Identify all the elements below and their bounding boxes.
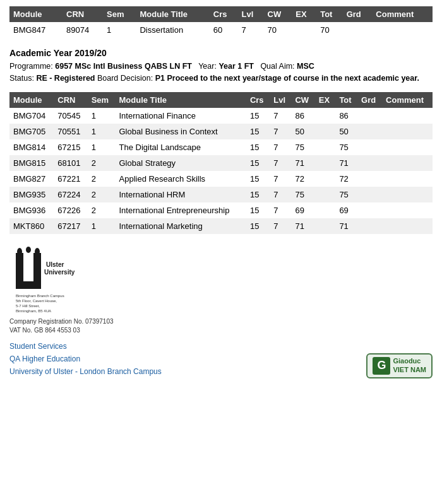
table-cell: 72	[335, 171, 357, 187]
table-row: BMG814672151The Digital Landscape1577575	[9, 139, 433, 155]
second-table-header-row: ModuleCRNSemModule TitleCrsLvlCWEXTotGrd…	[9, 92, 433, 108]
table-cell: Global Business in Context	[116, 124, 246, 139]
badge-name: Giaoduc	[393, 357, 426, 365]
table-cell	[357, 155, 382, 171]
giaoducvn-badge: G Giaoduc VIET NAM	[366, 353, 433, 378]
table-cell	[315, 155, 336, 171]
table-row: BMG815681012Global Strategy1577171	[9, 155, 433, 171]
table-cell: 70	[264, 22, 292, 38]
svg-rect-2	[33, 253, 41, 288]
table-cell: Global Strategy	[116, 155, 246, 171]
table-cell	[315, 124, 336, 139]
table-cell: 2	[88, 171, 116, 187]
svg-text:Ulster: Ulster	[46, 261, 64, 268]
badge-text: Giaoduc VIET NAM	[393, 357, 426, 373]
table-cell	[382, 171, 433, 187]
student-services-label: Student Services	[9, 340, 162, 353]
table-cell	[292, 22, 316, 38]
table-cell	[315, 108, 336, 124]
badge-suffix: VIET NAM	[393, 366, 426, 374]
svg-point-3	[17, 248, 22, 255]
first-table-header-cell: Module	[9, 6, 63, 22]
table-row: MKT860672171International Marketing15771…	[9, 218, 433, 234]
academic-year-section: Academic Year 2019/20 Programme: 6957 MS…	[9, 48, 433, 85]
table-cell: 70	[316, 22, 343, 38]
table-cell: 1	[88, 218, 116, 234]
table-cell: 75	[335, 139, 357, 155]
table-cell: 7	[270, 124, 291, 139]
academic-year-title: Academic Year 2019/20	[9, 48, 433, 58]
table-cell	[343, 22, 373, 38]
table-cell: 2	[88, 155, 116, 171]
table-row: BMG705705511Global Business in Context15…	[9, 124, 433, 139]
table-cell: 15	[246, 139, 270, 155]
table-cell: 72	[291, 171, 314, 187]
svg-text:Birmingham, B5 4UA: Birmingham, B5 4UA	[16, 309, 51, 313]
second-table-header-cell: Module Title	[116, 92, 246, 108]
table-cell: 67215	[54, 139, 87, 155]
svg-text:5th Floor, Cavert House,: 5th Floor, Cavert House,	[16, 299, 57, 303]
first-table-header-cell: CW	[264, 6, 292, 22]
table-cell: 1	[88, 124, 116, 139]
university-line-label: University of Ulster - London Branch Cam…	[9, 365, 162, 378]
table-cell: 7	[270, 218, 291, 234]
table-cell: 1	[103, 22, 136, 38]
table-cell	[357, 187, 382, 202]
table-cell	[315, 218, 336, 234]
table-cell: 2	[88, 187, 116, 202]
table-cell: 15	[246, 202, 270, 218]
table-cell	[372, 22, 433, 38]
programme-value: 6957 MSc Intl Business QABS LN FT	[55, 62, 192, 71]
table-cell: 75	[335, 187, 357, 202]
first-table-header-cell: CRN	[63, 6, 103, 22]
table-cell: 71	[335, 218, 357, 234]
second-table-header-cell: Module	[9, 92, 54, 108]
table-cell	[382, 155, 433, 171]
board-decision-value: P1 Proceed to the next year/stage of cou…	[155, 74, 419, 83]
table-cell: BMG936	[9, 202, 54, 218]
table-cell	[357, 202, 382, 218]
table-cell: 69	[335, 202, 357, 218]
qa-higher-education-label: QA Higher Education	[9, 353, 162, 365]
second-table-header-cell: Grd	[357, 92, 382, 108]
first-table-header-cell: Module Title	[136, 6, 209, 22]
first-table-header-cell: EX	[292, 6, 316, 22]
table-cell: 68101	[54, 155, 87, 171]
qual-aim-value: MSC	[297, 62, 314, 71]
svg-text:University: University	[44, 269, 75, 276]
second-table: ModuleCRNSemModule TitleCrsLvlCWEXTotGrd…	[9, 92, 433, 234]
table-cell	[357, 218, 382, 234]
table-cell: 70545	[54, 108, 87, 124]
table-cell	[357, 139, 382, 155]
logo-area: Ulster University Birmingham Branch Camp…	[9, 247, 162, 378]
first-table-header-cell: Crs	[210, 6, 238, 22]
first-table-header-cell: Comment	[372, 6, 433, 22]
table-cell	[382, 108, 433, 124]
first-table-section: ModuleCRNSemModule TitleCrsLvlCWEXTotGrd…	[9, 6, 433, 38]
second-table-header-cell: Comment	[382, 92, 433, 108]
table-cell: Applied Research Skills	[116, 171, 246, 187]
table-cell: 67226	[54, 202, 87, 218]
table-cell: 71	[291, 155, 314, 171]
table-cell: 15	[246, 108, 270, 124]
second-table-header-cell: CRN	[54, 92, 87, 108]
table-cell: BMG814	[9, 139, 54, 155]
table-cell: 69	[291, 202, 314, 218]
svg-text:5-7 Hill Street,: 5-7 Hill Street,	[16, 304, 40, 308]
table-cell: 7	[270, 202, 291, 218]
year-value: Year 1 FT	[218, 62, 254, 71]
table-cell: 1	[88, 139, 116, 155]
table-cell: BMG847	[9, 22, 63, 38]
table-cell	[357, 108, 382, 124]
first-table-header-cell: Sem	[103, 6, 136, 22]
table-cell: 70551	[54, 124, 87, 139]
table-cell	[315, 187, 336, 202]
table-cell: 86	[291, 108, 314, 124]
table-cell	[357, 124, 382, 139]
table-cell: 50	[291, 124, 314, 139]
table-row: BMG704705451International Finance1578686	[9, 108, 433, 124]
table-cell: 71	[291, 218, 314, 234]
programme-info: Programme: 6957 MSc Intl Business QABS L…	[9, 61, 433, 85]
second-table-header-cell: Tot	[335, 92, 357, 108]
table-cell: 67217	[54, 218, 87, 234]
